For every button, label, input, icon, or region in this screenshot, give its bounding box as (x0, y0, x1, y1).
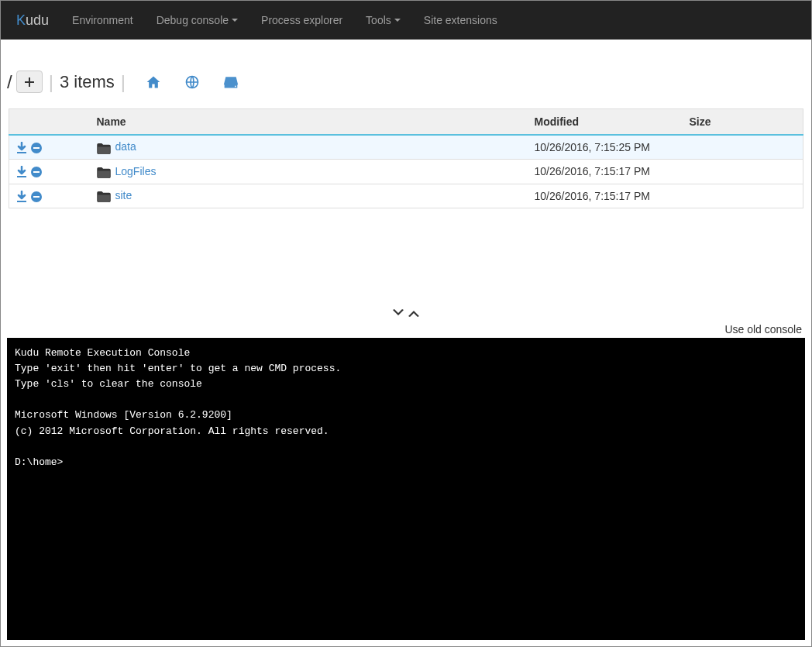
brand-logo[interactable]: Kudu (12, 12, 60, 29)
brand-text: udu (26, 12, 49, 28)
navbar: Kudu EnvironmentDebug consoleProcess exp… (1, 1, 811, 40)
chevron-down-icon[interactable] (392, 305, 404, 319)
file-table: Name Modified Size data10/26/2016, 7:15:… (9, 108, 803, 208)
folder-link[interactable]: data (115, 140, 136, 153)
splitter-handle[interactable] (1, 305, 811, 319)
breadcrumb-root[interactable]: / (7, 71, 12, 93)
download-icon[interactable] (15, 189, 28, 202)
add-button[interactable] (16, 71, 43, 93)
modified-cell: 10/26/2016, 7:15:25 PM (528, 135, 683, 160)
table-row: LogFiles10/26/2016, 7:15:17 PM (9, 160, 803, 184)
nav-item-process-explorer[interactable]: Process explorer (249, 2, 354, 38)
size-cell (683, 184, 803, 208)
plus-icon (25, 77, 34, 87)
nav-item-environment[interactable]: Environment (60, 2, 145, 38)
use-old-console-link[interactable]: Use old console (1, 323, 811, 338)
col-modified: Modified (528, 109, 683, 136)
nav-item-tools[interactable]: Tools (354, 2, 412, 38)
nav-item-label: Debug console (157, 14, 229, 26)
col-actions (9, 109, 91, 136)
size-cell (683, 135, 803, 160)
breadcrumb-toolbar: / | 3 items | (1, 63, 811, 101)
table-row: data10/26/2016, 7:15:25 PM (9, 135, 803, 160)
svg-point-1 (235, 86, 236, 88)
disk-icon[interactable] (223, 74, 239, 90)
modified-cell: 10/26/2016, 7:15:17 PM (528, 184, 683, 208)
folder-link[interactable]: LogFiles (115, 165, 157, 177)
console-output[interactable]: Kudu Remote Execution Console Type 'exit… (7, 338, 805, 640)
caret-icon (394, 19, 401, 22)
folder-icon (97, 166, 111, 178)
nav-item-label: Tools (366, 14, 391, 26)
delete-icon[interactable] (30, 189, 43, 202)
download-icon[interactable] (15, 165, 28, 178)
separator: | (49, 71, 53, 93)
nav-item-label: Process explorer (261, 14, 342, 26)
items-count: 3 items (60, 72, 115, 92)
table-row: site10/26/2016, 7:15:17 PM (9, 184, 803, 208)
col-name: Name (91, 109, 528, 136)
nav-item-label: Environment (72, 14, 133, 26)
folder-icon (97, 142, 111, 154)
nav-item-debug-console[interactable]: Debug console (145, 2, 249, 38)
nav-item-site-extensions[interactable]: Site extensions (412, 2, 509, 38)
home-icon[interactable] (146, 74, 161, 90)
svg-rect-3 (33, 147, 40, 149)
svg-rect-7 (33, 196, 40, 198)
folder-link[interactable]: site (115, 189, 132, 201)
nav-item-label: Site extensions (424, 14, 497, 26)
chevron-up-icon[interactable] (408, 305, 420, 319)
size-cell (683, 160, 803, 184)
col-size: Size (683, 109, 803, 136)
globe-icon[interactable] (184, 74, 200, 90)
folder-icon (97, 190, 111, 202)
delete-icon[interactable] (30, 140, 43, 153)
modified-cell: 10/26/2016, 7:15:17 PM (528, 160, 683, 184)
download-icon[interactable] (15, 140, 28, 153)
caret-icon (232, 19, 238, 22)
delete-icon[interactable] (30, 165, 43, 178)
separator: | (121, 71, 126, 93)
svg-rect-5 (33, 171, 40, 173)
